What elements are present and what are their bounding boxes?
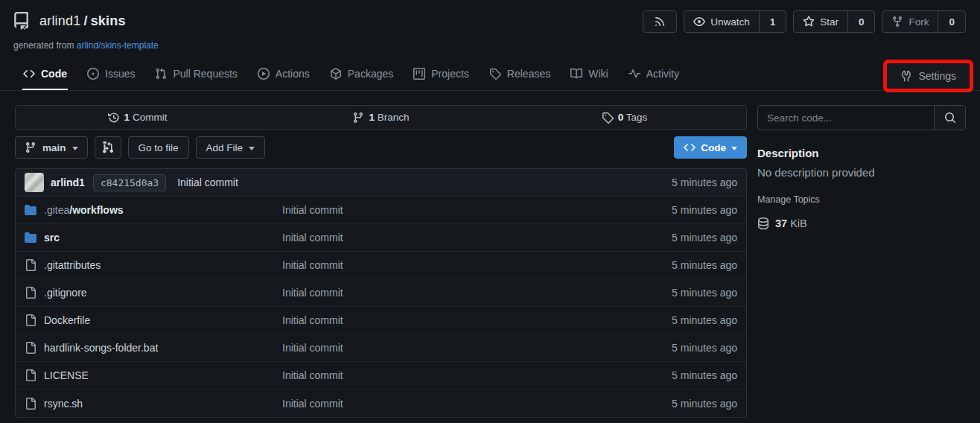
file-row: .gitea/workflowsInitial commit5 minutes … [16,197,746,224]
file-commit-message-link[interactable]: Initial commit [282,398,611,410]
file-name: Dockerfile [44,314,90,326]
file-commit-message-link[interactable]: Initial commit [282,232,611,244]
go-to-file-label: Go to file [139,142,179,153]
description-text: No description provided [757,166,966,179]
file-commit-message-link[interactable]: Initial commit [282,259,611,271]
tab-label: Pull Requests [173,68,237,80]
tab-packages[interactable]: Packages [329,58,394,90]
tab-label: Actions [276,68,310,80]
commit-message-link[interactable]: Initial commit [177,176,238,188]
generated-from-line: generated from arlind/skins-template [13,40,966,51]
file-link[interactable]: .gitignore [25,287,282,299]
file-commit-time: 5 minutes ago [611,232,737,244]
commit-author-link[interactable]: arlind1 [51,176,85,188]
add-file-button[interactable]: Add File [196,136,266,159]
file-link[interactable]: .gitattributes [25,259,282,271]
tag-icon [489,68,501,80]
file-row: rsync.shInitial commit5 minutes ago [16,389,746,417]
repo-owner-link[interactable]: arlind1 [39,13,80,28]
branch-count-label: Branch [378,112,410,123]
search-input[interactable] [758,106,934,130]
file-table: arlind1 c84215d0a3 Initial commit 5 minu… [15,168,747,418]
tab-activity[interactable]: Activity [628,58,680,90]
package-icon [330,68,342,80]
commit-time: 5 minutes ago [672,176,737,188]
chevron-down-icon [249,147,255,150]
page-title: arlind1/skins [39,13,126,29]
rss-button[interactable] [643,10,677,33]
go-to-file-button[interactable]: Go to file [128,136,189,159]
repo-name-link[interactable]: skins [91,13,126,28]
file-link[interactable]: Dockerfile [25,314,282,326]
code-search [757,105,966,130]
commit-hash-link[interactable]: c84215d0a3 [93,174,166,191]
star-icon [803,16,815,28]
file-commit-message-link[interactable]: Initial commit [282,369,611,381]
commits-stat[interactable]: 1 Commit [16,106,259,129]
tab-wiki[interactable]: Wiki [570,58,608,90]
file-commit-message-link[interactable]: Initial commit [282,204,611,216]
branch-selector[interactable]: main [15,136,88,159]
issue-icon [87,68,99,80]
fork-count[interactable]: 0 [938,11,965,32]
search-button[interactable] [934,106,965,130]
branches-stat[interactable]: 1 Branch [259,106,503,129]
file-commit-message-link[interactable]: Initial commit [282,342,611,354]
file-link[interactable]: rsync.sh [25,398,282,410]
unwatch-button[interactable]: Unwatch [684,11,759,32]
folder-icon [25,232,36,244]
code-download-button[interactable]: Code [674,136,747,159]
tab-settings[interactable]: Settings [900,70,956,82]
star-button[interactable]: Star [794,11,847,32]
file-row: srcInitial commit5 minutes ago [16,224,746,252]
tools-icon [900,70,912,82]
add-file-label: Add File [206,142,244,153]
file-name: LICENSE [44,369,89,381]
file-link[interactable]: LICENSE [25,369,282,381]
avatar[interactable] [25,173,44,192]
tab-label: Code [41,68,67,80]
repo-nav-tabs: CodeIssuesPull RequestsActionsPackagesPr… [0,58,980,91]
compare-button[interactable] [95,136,121,159]
file-row: hardlink-songs-folder.batInitial commit5… [16,334,746,362]
tab-pull-requests[interactable]: Pull Requests [154,58,238,90]
tab-issues[interactable]: Issues [86,58,136,90]
tab-label: Projects [431,68,469,80]
file-row: .gitattributesInitial commit5 minutes ag… [16,252,746,279]
tags-stat[interactable]: 0 Tags [503,106,746,129]
fork-button[interactable]: Fork [882,11,938,32]
folder-link[interactable]: .gitea/workflows [25,204,282,216]
tab-releases[interactable]: Releases [489,58,551,90]
search-icon [944,112,956,124]
code-button-label: Code [701,142,726,153]
generated-from-label: generated from [13,40,74,51]
fork-icon [891,16,903,28]
watch-count[interactable]: 1 [759,11,786,32]
repo-sidebar: Description No description provided Mana… [757,105,966,418]
file-name: rsync.sh [44,398,83,410]
tab-actions[interactable]: Actions [257,58,311,90]
tab-projects[interactable]: Projects [413,58,470,90]
file-name: .gitea/workflows [44,204,124,216]
branch-count: 1 [369,112,375,123]
eye-icon [693,16,705,28]
folder-link[interactable]: src [25,232,282,244]
template-repo-link[interactable]: arlind/skins-template [77,40,159,51]
branch-icon [25,141,36,153]
chevron-down-icon [72,147,78,150]
file-icon [25,369,36,381]
fork-button-group: Fork 0 [882,10,966,33]
manage-topics-link[interactable]: Manage Topics [757,194,820,205]
file-link[interactable]: hardlink-songs-folder.bat [25,342,282,354]
repo-header: arlind1/skins Unwatch 1 Star 0 [0,0,980,51]
file-name: src [44,232,60,244]
tag-count-label: Tags [626,112,648,123]
star-button-group: Star 0 [793,10,875,33]
tag-icon [602,112,614,124]
tag-count: 0 [618,112,624,123]
star-count[interactable]: 0 [847,11,875,32]
tab-code[interactable]: Code [22,58,68,90]
file-commit-message-link[interactable]: Initial commit [282,287,611,299]
file-commit-message-link[interactable]: Initial commit [282,314,611,326]
file-name: hardlink-songs-folder.bat [44,342,158,354]
